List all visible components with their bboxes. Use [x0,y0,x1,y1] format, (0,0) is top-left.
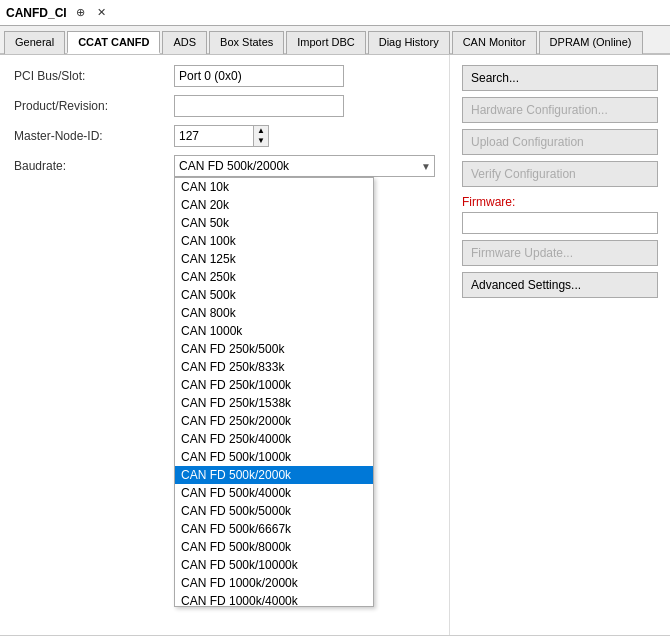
master-node-id-input[interactable] [174,125,254,147]
baudrate-option[interactable]: CAN 20k [175,196,373,214]
master-node-id-spinner: ▲ ▼ [174,125,269,147]
product-revision-input[interactable] [174,95,344,117]
baudrate-option[interactable]: CAN FD 250k/500k [175,340,373,358]
firmware-update-button[interactable]: Firmware Update... [462,240,658,266]
tab-general[interactable]: General [4,31,65,54]
baudrate-option[interactable]: CAN FD 500k/1000k [175,448,373,466]
baudrate-option[interactable]: CAN 10k [175,178,373,196]
master-node-id-row: Master-Node-ID: ▲ ▼ [14,125,435,147]
baudrate-option[interactable]: CAN 1000k [175,322,373,340]
spinner-down[interactable]: ▼ [254,136,268,146]
baudrate-select-wrapper: CAN FD 500k/2000k ▼ CAN 10k CAN 20k CAN … [174,155,435,177]
baudrate-option[interactable]: CAN FD 250k/2000k [175,412,373,430]
baudrate-option[interactable]: CAN FD 250k/833k [175,358,373,376]
baudrate-dropdown: CAN 10k CAN 20k CAN 50k CAN 100k CAN 125… [174,177,374,607]
baudrate-option[interactable]: CAN FD 500k/6667k [175,520,373,538]
baudrate-select[interactable]: CAN FD 500k/2000k [174,155,435,177]
pci-bus-input[interactable] [174,65,344,87]
tab-ccat-canfd[interactable]: CCAT CANFD [67,31,160,54]
product-revision-row: Product/Revision: [14,95,435,117]
upload-config-button[interactable]: Upload Configuration [462,129,658,155]
firmware-input[interactable] [462,212,658,234]
left-panel: PCI Bus/Slot: Product/Revision: Master-N… [0,55,450,635]
hardware-config-button[interactable]: Hardware Configuration... [462,97,658,123]
tab-box-states[interactable]: Box States [209,31,284,54]
firmware-section: Firmware: Firmware Update... Advanced Se… [462,195,658,298]
baudrate-option[interactable]: CAN FD 1000k/2000k [175,574,373,592]
tab-ads[interactable]: ADS [162,31,207,54]
tab-dpram[interactable]: DPRAM (Online) [539,31,643,54]
baudrate-option[interactable]: CAN FD 250k/1538k [175,394,373,412]
tab-bar: General CCAT CANFD ADS Box States Import… [0,26,670,55]
tab-can-monitor[interactable]: CAN Monitor [452,31,537,54]
window-title: CANFD_CI [6,6,67,20]
spinner-buttons: ▲ ▼ [254,125,269,147]
tab-import-dbc[interactable]: Import DBC [286,31,365,54]
baudrate-option[interactable]: CAN FD 250k/4000k [175,430,373,448]
title-bar: CANFD_CI ⊕ ✕ [0,0,670,26]
master-node-id-label: Master-Node-ID: [14,129,174,143]
close-button[interactable]: ✕ [94,5,109,20]
baudrate-label: Baudrate: [14,159,174,173]
firmware-label: Firmware: [462,195,658,209]
verify-config-button[interactable]: Verify Configuration [462,161,658,187]
product-revision-label: Product/Revision: [14,99,174,113]
main-content: PCI Bus/Slot: Product/Revision: Master-N… [0,55,670,635]
baudrate-option[interactable]: CAN FD 1000k/4000k [175,592,373,607]
baudrate-option[interactable]: CAN 50k [175,214,373,232]
baudrate-option[interactable]: CAN 100k [175,232,373,250]
pin-button[interactable]: ⊕ [73,5,88,20]
baudrate-option[interactable]: CAN 250k [175,268,373,286]
baudrate-option[interactable]: CAN 800k [175,304,373,322]
baudrate-option[interactable]: CAN 125k [175,250,373,268]
baudrate-option[interactable]: CAN FD 500k/4000k [175,484,373,502]
spinner-up[interactable]: ▲ [254,126,268,136]
search-button[interactable]: Search... [462,65,658,91]
baudrate-option[interactable]: CAN FD 250k/1000k [175,376,373,394]
baudrate-option[interactable]: CAN FD 500k/5000k [175,502,373,520]
advanced-settings-button[interactable]: Advanced Settings... [462,272,658,298]
baudrate-option[interactable]: CAN FD 500k/8000k [175,538,373,556]
right-panel: Search... Hardware Configuration... Uplo… [450,55,670,635]
pci-bus-row: PCI Bus/Slot: [14,65,435,87]
baudrate-row: Baudrate: CAN FD 500k/2000k ▼ CAN 10k CA… [14,155,435,177]
baudrate-option[interactable]: CAN 500k [175,286,373,304]
pci-bus-label: PCI Bus/Slot: [14,69,174,83]
tab-diag-history[interactable]: Diag History [368,31,450,54]
baudrate-option[interactable]: CAN FD 500k/10000k [175,556,373,574]
baudrate-option-selected[interactable]: CAN FD 500k/2000k [175,466,373,484]
